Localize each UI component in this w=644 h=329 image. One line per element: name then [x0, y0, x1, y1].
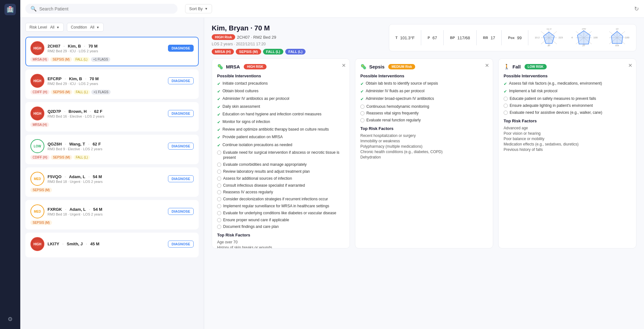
circle-icon: [504, 111, 508, 115]
circle-icon: [360, 111, 364, 115]
patient-age: 62 F: [93, 142, 101, 146]
chevron-down-icon: ▼: [56, 26, 60, 29]
risk-factors-title: Top Risk Factors: [360, 126, 488, 131]
patient-name: Kim, B: [69, 76, 82, 81]
settings-icon[interactable]: ⚙: [5, 313, 15, 325]
risk-factor: Dehydration: [360, 155, 488, 159]
diagnose-button[interactable]: DIAGNOSE: [168, 110, 194, 117]
patient-sub: RM3 Bed 16 · Elective · LOS 2 years: [48, 114, 165, 118]
patient-name: Adam, L: [69, 174, 85, 179]
condition-label: Condition: [71, 25, 87, 29]
patient-age: 62 F: [94, 109, 102, 114]
risk-factor: Age over 70: [217, 240, 345, 244]
check-icon: ✔: [217, 104, 221, 110]
circle-icon: [217, 225, 221, 229]
patient-card[interactable]: LOW QGZ6H · Wang, T · 62 F RM3 Bed 9 · E…: [25, 135, 199, 164]
circle-icon: [217, 177, 221, 181]
patient-card[interactable]: MED FXRGK · Adam, L · 54 M RM3 Bed 18 · …: [25, 200, 199, 229]
risk-factor: Polypharmacy (multiple medications): [360, 144, 488, 149]
intervention-checked: ✔ Continue isolation precautions as need…: [217, 142, 345, 148]
diagnose-button[interactable]: DIAGNOSE: [168, 45, 194, 52]
risk-factors-title: Top Risk Factors: [504, 119, 631, 123]
temp-vital: T 101.3°F: [396, 35, 415, 40]
patient-card[interactable]: HIGH EFCRP · Kim, B · 70 M RM2 Bed 29 · …: [25, 69, 199, 99]
chevron-down-icon: ▼: [96, 26, 100, 29]
topbar: 🔍 Sort By ▼ ↻: [20, 0, 644, 18]
risk-badge: HIGH: [30, 41, 44, 55]
chevron-down-icon: ▼: [205, 7, 208, 10]
diagnose-button[interactable]: DIAGNOSE: [168, 77, 194, 84]
content-area: Risk Level All ▼ Condition All ▼ HIGH 2C…: [20, 18, 644, 329]
search-input[interactable]: [39, 6, 172, 11]
diagnose-button[interactable]: DIAGNOSE: [168, 208, 194, 215]
close-icon[interactable]: ✕: [628, 62, 632, 68]
patient-info: EFCRP · Kim, B · 70 M RM2 Bed 29 · ICU ·…: [48, 76, 165, 86]
intervention-checked: ✔ Assess fall risk factors (e.g., medica…: [504, 81, 631, 87]
vitals-panel: T 101.3°F P 67 BP 117/68 RR: [389, 24, 636, 51]
check-icon: ✔: [360, 89, 364, 94]
pulse-label: P: [428, 36, 430, 40]
sort-by-dropdown[interactable]: Sort By ▼: [185, 4, 212, 13]
patient-location: 2CH07 · RM2 Bed 29: [237, 35, 276, 40]
intervention-checked: ✔ Initiate contact precautions: [217, 81, 345, 87]
patient-cards-container: HIGH 2CH07 · Kim, B · 70 M RM2 Bed 29 · …: [25, 37, 199, 257]
patient-list: Risk Level All ▼ Condition All ▼ HIGH 2C…: [20, 18, 204, 329]
patient-age: 70 M: [88, 44, 98, 48]
patient-detail-header: Kim, Bryan · 70 M HIGH Risk 2CH07 · RM2 …: [212, 24, 636, 55]
condition-header: 🚶 Fall LOW RISK: [504, 64, 631, 70]
spider-chart-2: 27 140 4 100: [570, 28, 598, 47]
condition-tag: SEPSIS (M): [51, 155, 72, 160]
search-icon: 🔍: [30, 6, 37, 12]
sidebar: 🏥 ⚙: [0, 0, 20, 329]
check-icon: ✔: [217, 81, 221, 87]
patient-card[interactable]: HIGH LKI7Y · Smith, J · 45 M DIAGNOSE: [25, 233, 199, 257]
close-icon[interactable]: ✕: [485, 62, 489, 68]
svg-text:27: 27: [583, 44, 585, 47]
diagnose-button[interactable]: DIAGNOSE: [168, 175, 194, 182]
condition-card: 🦠 MRSA HIGH RISK ✕ Possible Intervention…: [212, 58, 350, 248]
condition-tag: CDIFF (H): [30, 155, 49, 160]
risk-level-filter[interactable]: Risk Level All ▼: [25, 23, 64, 32]
svg-marker-4: [544, 32, 554, 43]
filter-row: Risk Level All ▼ Condition All ▼: [25, 23, 199, 32]
intervention-checked: ✔ Administer IV fluids as per protocol: [360, 88, 488, 94]
circle-icon: [217, 211, 221, 215]
svg-text:100: 100: [593, 36, 598, 39]
circle-icon: [217, 190, 221, 194]
risk-factor: Medication effects (e.g., sedatives, diu…: [504, 142, 631, 146]
bp-label: BP: [450, 36, 455, 40]
search-box[interactable]: 🔍: [25, 4, 177, 14]
svg-text:4: 4: [571, 36, 573, 39]
spider-chart-1: 37 12.3 10.2 223: [535, 28, 563, 47]
condition-tag: FALL (L): [74, 155, 90, 160]
patient-info: 2CH07 · Kim, B · 70 M RM2 Bed 29 · ICU ·…: [48, 44, 165, 53]
condition-tag: FALL (L): [73, 57, 90, 62]
close-icon[interactable]: ✕: [342, 62, 346, 68]
patient-name: Kim, B: [68, 44, 81, 48]
diagnose-button[interactable]: DIAGNOSE: [168, 143, 194, 150]
circle-icon: [217, 184, 221, 188]
condition-icon: 🦠: [217, 64, 223, 70]
pox-label: Pox: [508, 36, 514, 40]
diagnose-button[interactable]: DIAGNOSE: [168, 241, 194, 248]
condition-icon: 🚶: [504, 64, 510, 70]
tags-row: SEPSIS (M): [30, 188, 194, 192]
patient-id: 2CH07: [48, 44, 60, 48]
risk-level-value: All: [50, 25, 54, 29]
patient-name: Adam, L: [69, 207, 86, 212]
check-icon: ✔: [504, 89, 507, 94]
intervention-unchecked: Evaluate comorbidities and manage approp…: [217, 162, 345, 167]
tags-row: CDIFF (H)SEPSIS (M)FALL (L)+1 FLAGS: [30, 90, 194, 94]
patient-card[interactable]: HIGH Q2D7P · Brown, H · 62 F RM3 Bed 16 …: [25, 102, 199, 132]
condition-filter[interactable]: Condition All ▼: [67, 23, 104, 32]
patient-id: FXRGK: [48, 207, 62, 212]
tags-row: MRSA (H)SEPSIS (M)FALL (L)+1 FLAGS: [30, 57, 194, 62]
risk-factor: Poor balance or mobility: [504, 137, 631, 141]
patient-name: Brown, H: [68, 109, 87, 114]
patient-card[interactable]: MED F5VQO · Adam, L · 54 M RM3 Bed 18 · …: [25, 167, 199, 197]
patient-card[interactable]: HIGH 2CH07 · Kim, B · 70 M RM2 Bed 29 · …: [25, 37, 199, 66]
risk-badge: HIGH: [30, 106, 44, 120]
refresh-button[interactable]: ↻: [634, 5, 639, 12]
condition-tag: SEPSIS (M): [50, 57, 72, 62]
pox-value: 99: [517, 35, 522, 40]
